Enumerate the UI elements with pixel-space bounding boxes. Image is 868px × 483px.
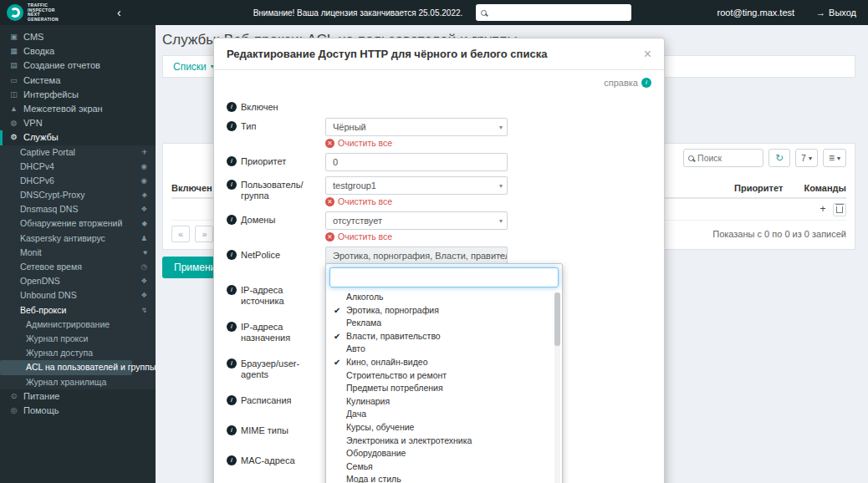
sidebar-service-item[interactable]: DNSCrypt-Proxy ◈ xyxy=(0,188,156,202)
sidebar-webproxy-item[interactable]: Администрирование xyxy=(0,318,156,332)
dropdown-search-input[interactable] xyxy=(329,267,559,287)
sidebar-item-label: Межсетевой экран xyxy=(23,102,103,116)
close-icon[interactable]: × xyxy=(644,48,651,61)
priority-input[interactable] xyxy=(325,153,508,171)
info-icon xyxy=(227,358,237,369)
sidebar-item[interactable]: ▲ Межсетевой экран xyxy=(0,102,156,116)
sidebar-item-label: ACL на пользователей и группы xyxy=(26,360,156,374)
modal-header: Редактирование Доступ HTTP для чёрного и… xyxy=(214,38,664,70)
clear-all-link[interactable]: Очистить все xyxy=(325,138,508,148)
page-size-button[interactable]: 7 ▾ xyxy=(795,149,818,167)
sidebar-item-label: Создание отчетов xyxy=(23,58,100,73)
sidebar-item[interactable]: ⚙ Службы xyxy=(0,130,156,145)
dropdown-option[interactable]: Кулинария xyxy=(329,395,559,409)
pager-next-button[interactable]: » xyxy=(195,226,213,242)
dropdown-option[interactable]: Авто xyxy=(329,343,559,356)
sidebar-webproxy-item[interactable]: Журнал доступа xyxy=(0,346,156,360)
dropdown-option[interactable]: Реклама xyxy=(329,317,559,330)
info-icon xyxy=(227,121,237,131)
dropdown-option[interactable]: Курсы, обучение xyxy=(329,421,559,435)
sidebar-item[interactable]: ▣ CMS xyxy=(0,30,156,44)
dropdown-option[interactable]: Власти, правительство xyxy=(329,330,559,343)
dropdown-option[interactable]: Электроника и электротехника xyxy=(329,435,559,448)
dashboard-icon: ▦ xyxy=(8,44,19,58)
global-search-input[interactable] xyxy=(491,8,626,18)
info-icon xyxy=(227,156,237,166)
sidebar-service-item[interactable]: DHCPv4 ◉ xyxy=(0,160,156,174)
edit-acl-modal: Редактирование Доступ HTTP для чёрного и… xyxy=(213,38,665,483)
clear-all-link[interactable]: Очистить все xyxy=(325,231,508,242)
netpolice-select[interactable]: Эротика, порнография, Власти, правительс… xyxy=(325,247,508,265)
pager-prev-button[interactable]: « xyxy=(171,226,190,242)
sidebar-service-item[interactable]: Unbound DNS ❖ xyxy=(0,288,156,303)
domains-select[interactable]: отсутствует xyxy=(325,211,508,230)
help-link[interactable]: справка xyxy=(227,77,651,89)
user-group-select[interactable]: testgroup1 xyxy=(325,176,508,195)
dropdown-option[interactable]: Семья xyxy=(329,460,559,474)
dropdown-option[interactable]: Оборудование xyxy=(329,447,559,460)
sidebar-service-item[interactable]: DHCPv6 ◉ xyxy=(0,174,156,188)
column-commands: Команды xyxy=(794,183,846,193)
sidebar-item-label: Monit xyxy=(20,246,42,260)
dropdown-option[interactable]: Алкоголь xyxy=(329,291,559,304)
sidebar-item[interactable]: ▭ Система xyxy=(0,74,156,88)
sidebar-service-item[interactable]: Monit ♥ xyxy=(0,246,156,260)
logout-button[interactable]: → Выход xyxy=(816,8,856,18)
sidebar-item[interactable]: ◎ Помощь xyxy=(0,404,156,418)
sidebar-webproxy-item[interactable]: Журнал хранилища xyxy=(0,375,156,389)
sidebar-service-item[interactable]: Dnsmasq DNS ❖ xyxy=(0,202,156,216)
sidebar-item[interactable]: ▦ Сводка xyxy=(0,44,156,58)
sidebar-item[interactable]: ▤ Создание отчетов xyxy=(0,58,156,73)
refresh-button[interactable] xyxy=(768,149,790,167)
columns-button[interactable]: ▾ xyxy=(823,149,846,167)
chevron-down-icon xyxy=(499,177,503,195)
sidebar-service-item[interactable]: Обнаружение вторжений ◆ xyxy=(0,216,156,231)
chevron-down-icon xyxy=(499,212,503,230)
dropdown-option[interactable]: Дача xyxy=(329,408,559,421)
column-priority: Приоритет xyxy=(734,183,794,193)
search-icon xyxy=(481,10,487,16)
dropdown-option[interactable]: Предметы потребления xyxy=(329,382,559,395)
clear-all-link[interactable]: Очистить все xyxy=(325,196,508,206)
sidebar-item-label: Интерфейсы xyxy=(23,88,79,102)
delete-button[interactable] xyxy=(833,203,846,216)
global-search xyxy=(476,4,631,21)
sidebar-item-label: Журнал прокси xyxy=(26,332,88,346)
sidebar-service-item[interactable]: Веб-прокси ↯ xyxy=(0,303,156,318)
sidebar-service-item[interactable]: OpenDNS ❖ xyxy=(0,274,156,288)
lock-icon: ◈ xyxy=(141,188,147,202)
sidebar-webproxy-item[interactable]: Журнал прокси xyxy=(0,332,156,346)
table-search-input[interactable] xyxy=(697,153,758,163)
trash-icon xyxy=(836,206,843,213)
netpolice-dropdown: Алкоголь Эротика, порнография Реклама xyxy=(325,263,563,483)
dropdown-option[interactable]: Кино, онлайн-видео xyxy=(329,356,559,369)
sidebar-service-item[interactable]: Kaspersky антивирус ♟ xyxy=(0,231,156,246)
info-icon xyxy=(227,102,237,112)
firewall-icon: ▲ xyxy=(8,102,19,116)
logout-icon: → xyxy=(816,8,825,18)
modal-body: справка Включен Тип Чёрный Очистить все … xyxy=(214,70,664,483)
dropdown-option[interactable]: Строительство и ремонт xyxy=(329,369,559,383)
sidebar-item[interactable]: ◫ Интерфейсы xyxy=(0,88,156,102)
info-icon xyxy=(227,455,237,465)
menu-icon xyxy=(829,152,835,164)
clear-icon xyxy=(325,197,334,206)
sidebar-item-label: Unbound DNS xyxy=(20,288,77,303)
dropdown-option[interactable]: Мода и стиль xyxy=(329,473,559,483)
sidebar-item-label: Администрирование xyxy=(26,318,110,332)
logo-icon xyxy=(7,4,23,21)
type-select[interactable]: Чёрный xyxy=(325,118,508,136)
globe-icon: ◉ xyxy=(141,160,147,174)
scrollbar-thumb[interactable] xyxy=(554,292,560,346)
sidebar-item[interactable]: ⊙ Питание xyxy=(0,389,156,404)
dropdown-option[interactable]: Эротика, порнография xyxy=(329,304,559,318)
system-icon: ▭ xyxy=(8,74,19,88)
sidebar-service-item[interactable]: Сетевое время ◷ xyxy=(0,260,156,274)
sidebar-collapse-icon[interactable]: ‹ xyxy=(117,0,121,25)
field-netpolice: NetPolice Эротика, порнография, Власти, … xyxy=(227,247,651,265)
sidebar-item[interactable]: ◍ VPN xyxy=(0,116,156,130)
sidebar-service-item[interactable]: Captive Portal ✈ xyxy=(0,145,156,160)
modal-title: Редактирование Доступ HTTP для чёрного и… xyxy=(227,48,547,60)
add-button[interactable] xyxy=(817,204,829,216)
sidebar-webproxy-item[interactable]: ACL на пользователей и группы xyxy=(0,360,132,374)
